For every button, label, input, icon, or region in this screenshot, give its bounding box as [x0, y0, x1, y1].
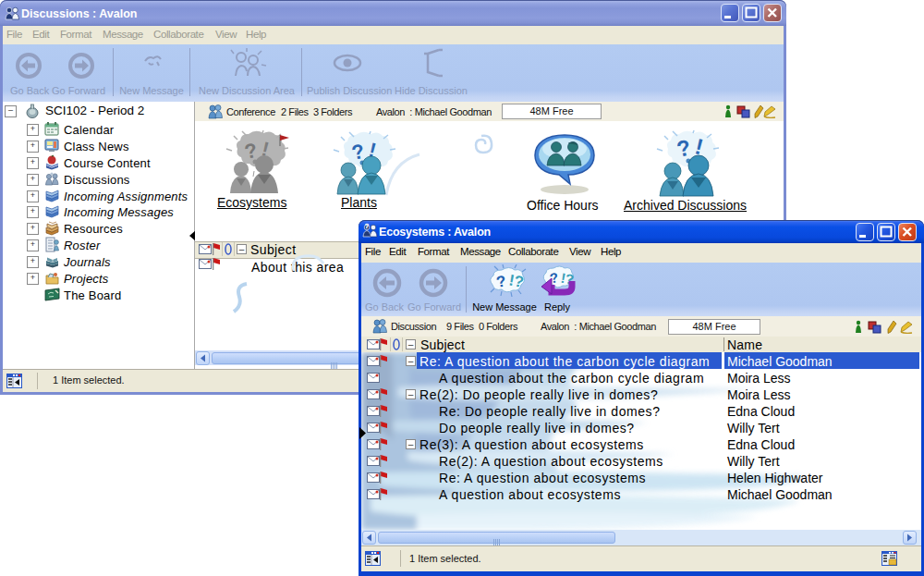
svg-text:!?: !? — [507, 271, 525, 290]
svg-text:?: ? — [365, 223, 369, 229]
